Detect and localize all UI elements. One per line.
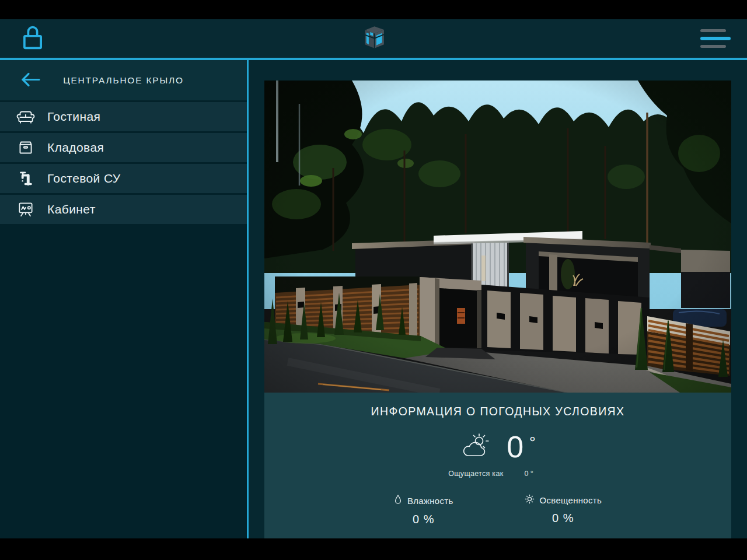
humidity-label: Влажность: [407, 496, 453, 506]
storage-box-icon: [14, 136, 37, 159]
feels-like-row: Ощущается как 0 °: [257, 470, 724, 478]
sidebar-header: ЦЕНТРАЛЬНОЕ КРЫЛО: [0, 60, 247, 100]
sidebar-item-label: Гостевой СУ: [47, 172, 121, 186]
arrow-left-icon: [20, 72, 41, 89]
lock-button[interactable]: [18, 23, 48, 54]
hamburger-menu-button[interactable]: [700, 29, 731, 48]
illumination-value: 0 %: [552, 512, 574, 525]
smart-home-app: ЦЕНТРАЛЬНОЕ КРЫЛО Гостиная: [0, 0, 747, 560]
sidebar-item-label: Кладовая: [47, 141, 104, 155]
sofa-icon: [14, 105, 37, 128]
feels-like-label: Ощущается как: [448, 470, 503, 478]
weather-stats-row: Влажность 0 % Освещенно: [264, 494, 731, 526]
sun-behind-cloud-icon: [460, 430, 493, 463]
temperature-row: 0°: [264, 429, 731, 465]
app-logo: [358, 23, 389, 54]
presentation-board-icon: [14, 198, 37, 221]
padlock-icon: [20, 23, 46, 54]
top-bar: [0, 19, 747, 58]
sidebar-item-storage[interactable]: Кладовая: [0, 133, 247, 162]
illumination-label: Освещенность: [540, 495, 602, 505]
sidebar-item-office[interactable]: Кабинет: [0, 195, 247, 224]
weather-panel: ИНФОРМАЦИЯ О ПОГОДНЫХ УСЛОВИЯХ: [264, 393, 731, 538]
droplet-icon: [394, 494, 402, 508]
humidity-value: 0 %: [413, 513, 434, 526]
content-area: ЦЕНТРАЛЬНОЕ КРЫЛО Гостиная: [0, 60, 747, 538]
sidebar-item-guest-bathroom[interactable]: Гостевой СУ: [0, 164, 247, 193]
cube-logo-icon: [358, 43, 389, 53]
humidity-stat: Влажность 0 %: [394, 494, 453, 526]
sidebar-item-living-room[interactable]: Гостиная: [0, 102, 247, 131]
hamburger-menu-icon: [700, 29, 726, 32]
house-render-image: [264, 80, 731, 393]
temperature-value: 0°: [507, 432, 536, 462]
main-area: ИНФОРМАЦИЯ О ПОГОДНЫХ УСЛОВИЯХ: [249, 60, 747, 538]
room-menu: Гостиная Кладовая: [0, 102, 247, 224]
sidebar-item-label: Гостиная: [47, 110, 100, 124]
sidebar: ЦЕНТРАЛЬНОЕ КРЫЛО Гостиная: [0, 60, 247, 538]
back-button[interactable]: [20, 72, 41, 89]
faucet-icon: [14, 167, 37, 190]
sun-icon: [525, 494, 535, 506]
feels-like-value: 0 °: [524, 470, 533, 478]
illumination-stat: Освещенность 0 %: [525, 494, 602, 526]
weather-title: ИНФОРМАЦИЯ О ПОГОДНЫХ УСЛОВИЯХ: [264, 393, 731, 418]
sidebar-item-label: Кабинет: [47, 202, 96, 216]
